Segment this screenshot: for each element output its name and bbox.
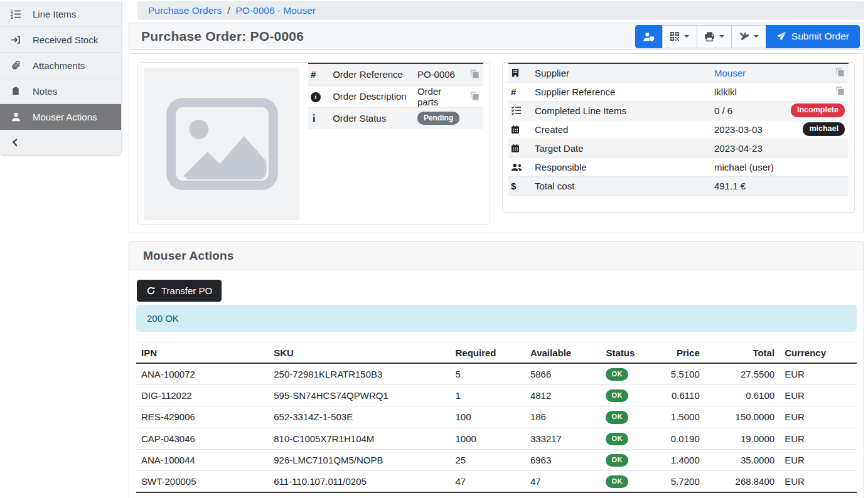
cell-available: 47	[525, 470, 601, 492]
table-row: ANA-100072 250-72981KLRATR150B3 5 5866 O…	[136, 363, 857, 385]
total-value: 501.0000	[705, 492, 780, 498]
paperclip-icon	[9, 60, 22, 71]
copy-icon[interactable]	[835, 86, 845, 95]
sidebar-item-line-items[interactable]: 123 Line Items	[0, 1, 121, 27]
calendar-icon	[511, 125, 530, 134]
cell-currency: EUR	[780, 363, 857, 385]
cell-total: 150.0000	[705, 406, 780, 428]
status-badge: Pending	[417, 112, 459, 125]
col-header-sku: SKU	[269, 343, 450, 364]
order-details-card: # Order Reference PO-0006 i Order Descri…	[137, 62, 490, 225]
info-circle-icon: i	[311, 92, 321, 102]
sidebar-item-attachments[interactable]: Attachments	[0, 53, 121, 78]
sidebar-item-received-stock[interactable]: Received Stock	[0, 27, 121, 53]
col-header-required: Required	[451, 343, 525, 364]
submit-order-button[interactable]: Submit Order	[766, 25, 860, 48]
detail-value: lklklkl	[712, 82, 777, 101]
cell-total: 19.0000	[705, 428, 780, 449]
cell-ipn: ANA-100072	[136, 363, 269, 385]
cell-currency: EUR	[780, 449, 857, 470]
svg-text:3: 3	[11, 15, 13, 19]
breadcrumb-link-purchase-orders[interactable]: Purchase Orders	[148, 5, 222, 16]
status-badge: OK	[606, 475, 628, 488]
order-options-button[interactable]	[731, 25, 766, 48]
info-icon: i	[311, 113, 315, 124]
cell-price: 1.4000	[652, 449, 705, 470]
status-alert: 200 OK	[136, 305, 857, 332]
supplier-details-card: Supplier Mouser # Supplier Reference lkl…	[502, 62, 855, 213]
col-header-total: Total	[705, 343, 780, 364]
sidebar-item-mouser-actions[interactable]: Mouser Actions	[0, 104, 121, 130]
order-details-panel: # Order Reference PO-0006 i Order Descri…	[129, 53, 864, 233]
copy-icon[interactable]	[835, 67, 845, 77]
transfer-po-button[interactable]: Transfer PO	[137, 280, 222, 302]
detail-value: PO-0006	[415, 63, 462, 85]
user-roles-button[interactable]	[635, 25, 663, 48]
barcode-actions-button[interactable]	[662, 25, 697, 48]
cell-price: 5.5100	[652, 363, 705, 385]
sidebar-item-label: Attachments	[33, 60, 85, 71]
status-badge: OK	[606, 433, 628, 445]
clipboard-icon	[9, 86, 22, 96]
detail-value: Order parts	[415, 85, 462, 107]
cell-total: 0.6100	[705, 385, 780, 406]
breadcrumb-link-po-0006[interactable]: PO-0006 - Mouser	[235, 5, 316, 16]
header-actions: Submit Order	[635, 25, 860, 48]
cell-price: 1.5000	[652, 406, 705, 428]
cell-total: 35.0000	[705, 449, 780, 470]
cell-total: 268.8400	[705, 470, 780, 492]
cell-available: 5866	[525, 363, 601, 385]
detail-value: michael (user)	[712, 157, 777, 176]
cell-sku: 926-LMC7101QM5/NOPB	[269, 449, 450, 470]
detail-row-supplier: Supplier Mouser	[508, 63, 849, 82]
detail-label: Target Date	[532, 139, 712, 157]
cell-sku: 250-72981KLRATR150B3	[269, 363, 450, 385]
col-header-ipn: IPN	[136, 343, 269, 364]
copy-icon[interactable]	[470, 69, 480, 78]
cell-required: 1000	[451, 428, 525, 449]
sidebar-item-notes[interactable]: Notes	[0, 78, 121, 104]
dollar-icon: $	[511, 181, 516, 191]
cell-sku: 652-3314Z-1-503E	[269, 406, 450, 428]
detail-row-target-date: Target Date 2023-04-23	[508, 139, 849, 157]
breadcrumb: Purchase Orders / PO-0006 - Mouser	[137, 1, 864, 20]
chevron-left-icon	[11, 138, 19, 147]
sidebar: 123 Line Items Received Stock Attachment…	[0, 1, 122, 156]
print-actions-button[interactable]	[697, 25, 732, 48]
mouser-actions-panel: Mouser Actions Transfer PO 200 OK IPN SK…	[129, 241, 864, 498]
detail-value: 491.1 €	[712, 176, 777, 195]
caret-down-icon	[719, 35, 724, 38]
detail-label: Order Description	[330, 85, 415, 107]
cell-price: 0.6110	[652, 385, 705, 406]
list-check-icon	[511, 105, 530, 115]
detail-row-total-cost: $ Total cost 491.1 €	[508, 176, 849, 195]
cell-sku: 595-SN74HCS74QPWRQ1	[269, 385, 450, 406]
cell-price: 5.7200	[652, 470, 705, 492]
sidebar-collapse-button[interactable]	[0, 130, 121, 155]
cell-ipn: ANA-100044	[136, 449, 269, 470]
panel-body: Transfer PO 200 OK IPN SKU Required Avai…	[129, 270, 864, 498]
status-badge: OK	[606, 454, 628, 467]
calendar-icon	[511, 144, 530, 153]
detail-row-supplier-reference: # Supplier Reference lklklkl	[508, 82, 849, 101]
parts-table: IPN SKU Required Available Status Price …	[136, 342, 857, 498]
detail-value: 2023-03-03	[712, 120, 777, 139]
users-icon	[511, 162, 530, 172]
refresh-icon	[146, 286, 156, 295]
detail-row-spacer	[508, 195, 849, 205]
table-row: RES-429006 652-3314Z-1-503E 100 186 OK 1…	[136, 406, 857, 428]
copy-icon[interactable]	[470, 91, 480, 100]
panel-heading: Mouser Actions	[129, 242, 864, 270]
col-header-available: Available	[525, 343, 601, 364]
table-total-row: Total 501.0000	[136, 492, 857, 498]
table-row: CAP-043046 810-C1005X7R1H104M 1000 33321…	[136, 428, 857, 449]
cell-available: 4812	[525, 385, 601, 406]
cell-required: 25	[451, 449, 525, 470]
cell-price: 0.0190	[652, 428, 705, 449]
image-placeholder-icon	[164, 95, 281, 193]
detail-label: Responsible	[532, 157, 712, 176]
supplier-link[interactable]: Mouser	[714, 68, 746, 78]
total-label: Total	[136, 492, 269, 498]
supplier-details-table: Supplier Mouser # Supplier Reference lkl…	[508, 63, 849, 205]
cell-sku: 810-C1005X7R1H104M	[269, 428, 450, 449]
